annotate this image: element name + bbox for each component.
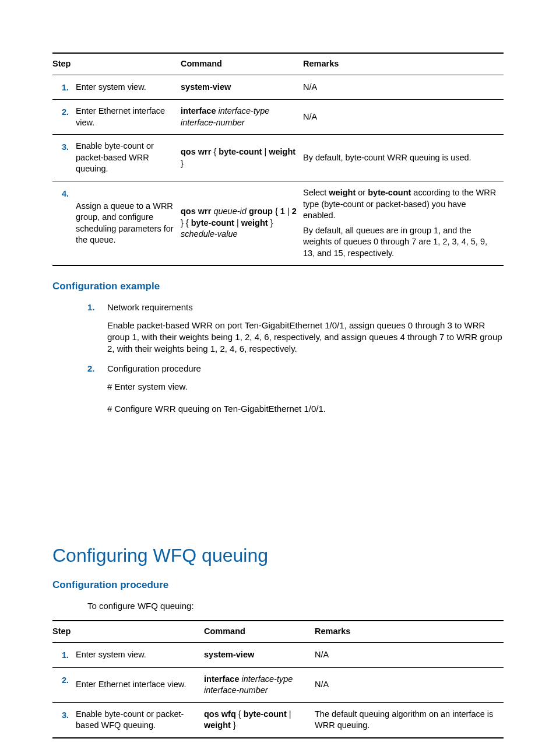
remarks-cell: Select weight or byte-count according to… xyxy=(303,181,504,265)
remarks-cell: The default queuing algorithm on an inte… xyxy=(315,702,504,738)
section-heading-config-example: Configuration example xyxy=(52,280,504,293)
wrr-steps-table: Step Command Remarks 1.Enter system view… xyxy=(52,52,504,266)
list-item: 1. Network requirements xyxy=(87,302,504,313)
step-description: Assign a queue to a WRR group, and confi… xyxy=(76,181,181,265)
col-command: Command xyxy=(204,621,315,642)
step-number: 2. xyxy=(52,100,76,135)
network-requirements-body: Enable packet-based WRR on port Ten-Giga… xyxy=(107,320,504,355)
step-description: Enter system view. xyxy=(76,642,204,667)
table-row: 4.Assign a queue to a WRR group, and con… xyxy=(52,181,504,265)
command-cell: system-view xyxy=(181,75,303,100)
step-number: 3. xyxy=(52,702,76,738)
step-number: 2. xyxy=(52,667,76,702)
step-number: 4. xyxy=(52,181,76,265)
table-row: 2.Enter Ethernet interface view.interfac… xyxy=(52,667,504,702)
wfq-steps-body: 1.Enter system view.system-viewN/A2.Ente… xyxy=(52,642,504,737)
step-description: Enter Ethernet interface view. xyxy=(76,667,204,702)
step-number: 3. xyxy=(52,135,76,181)
table-row: 3.Enable byte-count or packet-based WFQ … xyxy=(52,702,504,738)
step-description: Enter Ethernet interface view. xyxy=(76,100,181,135)
procedure-step: # Enter system view. xyxy=(107,381,504,393)
col-step: Step xyxy=(52,621,204,642)
remarks-cell: N/A xyxy=(315,667,504,702)
wfq-steps-table: Step Command Remarks 1.Enter system view… xyxy=(52,620,504,738)
procedure-step: # Configure WRR queuing on Ten-GigabitEt… xyxy=(107,403,504,415)
list-item: 2. Configuration procedure xyxy=(87,363,504,374)
table-row: 1.Enter system view.system-viewN/A xyxy=(52,642,504,667)
remarks-cell: By default, byte-count WRR queuing is us… xyxy=(303,135,504,181)
list-number: 1. xyxy=(87,302,107,313)
remarks-cell: N/A xyxy=(303,75,504,100)
command-cell: qos wrr queue-id group { 1 | 2 } { byte-… xyxy=(181,181,303,265)
command-cell: qos wfq { byte-count | weight } xyxy=(204,702,315,738)
command-cell: qos wrr { byte-count | weight } xyxy=(181,135,303,181)
remarks-cell: N/A xyxy=(315,642,504,667)
table-row: 2.Enter Ethernet interface view.interfac… xyxy=(52,100,504,135)
list-number: 2. xyxy=(87,363,107,374)
heading-configuring-wfq: Configuring WFQ queuing xyxy=(52,543,504,568)
remarks-cell: N/A xyxy=(303,100,504,135)
step-number: 1. xyxy=(52,75,76,100)
step-description: Enable byte-count or packet-based WFQ qu… xyxy=(76,702,204,738)
list-label: Network requirements xyxy=(107,302,504,313)
step-number: 1. xyxy=(52,642,76,667)
col-command: Command xyxy=(181,53,303,75)
table-row: 3.Enable byte-count or packet-based WRR … xyxy=(52,135,504,181)
wfq-intro-text: To configure WFQ queuing: xyxy=(87,600,504,612)
col-remarks: Remarks xyxy=(315,621,504,642)
table-row: 1.Enter system view.system-viewN/A xyxy=(52,75,504,100)
step-description: Enter system view. xyxy=(76,75,181,100)
col-step: Step xyxy=(52,53,181,75)
command-cell: interface interface-type interface-numbe… xyxy=(204,667,315,702)
command-cell: system-view xyxy=(204,642,315,667)
col-remarks: Remarks xyxy=(303,53,504,75)
list-label: Configuration procedure xyxy=(107,363,504,374)
command-cell: interface interface-type interface-numbe… xyxy=(181,100,303,135)
step-description: Enable byte-count or packet-based WRR qu… xyxy=(76,135,181,181)
section-heading-config-procedure: Configuration procedure xyxy=(52,579,504,592)
wrr-steps-body: 1.Enter system view.system-viewN/A2.Ente… xyxy=(52,75,504,265)
